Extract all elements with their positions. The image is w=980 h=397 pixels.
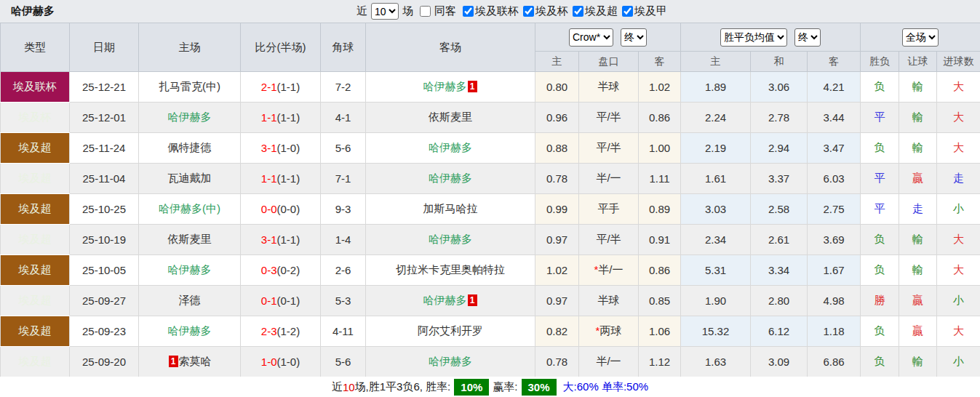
over-single-rates: 大:60% 单率:50% — [563, 380, 649, 394]
euro-home-odds-cell: 2.24 — [681, 103, 751, 133]
col-header-date: 日期 — [70, 23, 139, 72]
league-label[interactable]: 埃及甲 — [634, 4, 667, 18]
asian-win-rate-badge: 30% — [522, 379, 557, 396]
team-name[interactable]: 依斯麦里 — [168, 233, 212, 245]
halftime-score: (1-0) — [277, 356, 300, 368]
home-team-cell: 扎马雷克(中) — [139, 72, 241, 103]
team-name[interactable]: 哈伊赫多(中) — [159, 202, 220, 214]
euro-draw-odds-cell: 6.12 — [751, 316, 808, 347]
near-label: 近 — [356, 4, 367, 18]
result-scope-group-header: 全场 — [861, 23, 980, 52]
away-team-cell: 哈伊赫多 — [366, 133, 535, 164]
league-type-label: 埃及超 — [19, 355, 52, 367]
handicap-result-cell: 贏 — [899, 164, 937, 194]
euro-odds-time-select[interactable]: 终 — [794, 28, 821, 47]
handicap-cell: 半球 — [579, 286, 639, 316]
halftime-score: (1-2) — [277, 325, 300, 337]
team-name[interactable]: 哈伊赫多 — [168, 324, 212, 337]
away-team-cell: 哈伊赫多 — [366, 347, 535, 377]
team-name[interactable]: 加斯马哈拉 — [423, 202, 478, 214]
win-loss-result-cell: 平 — [861, 164, 899, 194]
team-name[interactable]: 扎马雷克(中) — [159, 80, 220, 92]
asian-away-odds-cell: 1.00 — [639, 133, 681, 164]
team-name[interactable]: 依斯麦里 — [429, 111, 472, 123]
league-type-cell: 埃及超 — [1, 194, 70, 225]
table-row: 埃及超 25-10-25 哈伊赫多(中) 0-0(0-0) 9-3 加斯马哈拉 … — [1, 194, 980, 225]
same-away-label[interactable]: 同客 — [434, 4, 456, 18]
handicap-result-cell: 輸 — [899, 255, 937, 286]
home-team-cell: 泽德 — [139, 286, 241, 316]
halftime-score: (1-0) — [277, 142, 300, 154]
team-name[interactable]: 哈伊赫多 — [429, 141, 472, 153]
league-checkbox[interactable] — [573, 6, 583, 17]
match-count-select[interactable]: 10 — [371, 3, 399, 20]
asian-home-odds-cell: 1.02 — [535, 255, 579, 286]
euro-odds-source-select[interactable]: 胜平负均值 — [720, 28, 787, 47]
league-type-label: 埃及超 — [19, 233, 52, 245]
handicap-label: 半球 — [598, 294, 620, 306]
corner-cell: 2-6 — [321, 255, 366, 286]
team-name[interactable]: 阿尔艾利开罗 — [418, 324, 483, 337]
league-checkbox[interactable] — [622, 6, 633, 17]
goals-result-cell: 大 — [937, 316, 980, 347]
team-name[interactable]: 泽德 — [179, 294, 201, 306]
corner-cell: 7-1 — [321, 164, 366, 194]
handicap-label: 平/半 — [596, 233, 621, 245]
league-label[interactable]: 埃及联杯 — [475, 4, 519, 18]
team-name[interactable]: 瓦迪戴加 — [168, 172, 212, 184]
col-header-win-loss: 胜负 — [861, 52, 899, 72]
asian-odds-time-select[interactable]: 终 — [621, 28, 647, 47]
league-type-label: 埃及联杯 — [13, 80, 57, 92]
league-checkbox[interactable] — [523, 6, 534, 17]
handicap-result-cell: 贏 — [899, 286, 937, 316]
handicap-label: 平/半 — [596, 111, 621, 123]
team-name[interactable]: 哈伊赫多 — [429, 233, 472, 245]
asian-away-odds-cell: 0.89 — [639, 194, 681, 225]
handicap-label: 半球 — [598, 80, 620, 92]
league-filter-egypt-premier: 埃及超 — [568, 4, 618, 18]
team-name[interactable]: 索莫哈 — [179, 355, 212, 367]
team-name[interactable]: 哈伊赫多 — [168, 263, 212, 276]
team-name[interactable]: 切拉米卡克里奥帕特拉 — [396, 263, 505, 276]
team-name[interactable]: 哈伊赫多 — [168, 111, 212, 123]
goals-result-cell: 小 — [937, 194, 980, 225]
euro-home-odds-cell: 2.34 — [681, 225, 751, 255]
league-type-label: 埃及超 — [19, 202, 52, 214]
corner-cell: 1-4 — [321, 225, 366, 255]
scope-select[interactable]: 全场 — [902, 28, 939, 47]
league-type-cell: 埃及联杯 — [1, 72, 70, 103]
asian-home-odds-cell: 0.97 — [535, 225, 579, 255]
team-name[interactable]: 哈伊赫多 — [429, 172, 472, 184]
team-name[interactable]: 哈伊赫多 — [423, 294, 467, 306]
league-type-cell: 埃及超 — [1, 316, 70, 347]
table-row: 埃及联杯 25-12-21 扎马雷克(中) 2-1(1-1) 7-2 哈伊赫多1… — [1, 72, 980, 103]
league-label[interactable]: 埃及杯 — [535, 4, 568, 18]
summary-bar: 近10场,胜1平3负6, 胜率: 10% 赢率: 30% 大:60% 单率:50… — [0, 377, 980, 397]
handicap-label: 两球 — [599, 324, 621, 337]
col-header-type: 类型 — [1, 23, 70, 72]
league-type-cell: 埃及超 — [1, 286, 70, 316]
win-loss-result-cell: 负 — [861, 255, 899, 286]
same-away-checkbox[interactable] — [420, 6, 431, 17]
red-card-badge: 1 — [169, 356, 178, 367]
win-loss-result-cell: 负 — [861, 133, 899, 164]
corner-cell: 4-11 — [321, 316, 366, 347]
summary-count: 10 — [343, 381, 355, 393]
league-checkbox[interactable] — [463, 6, 474, 17]
league-label[interactable]: 埃及超 — [585, 4, 618, 18]
goals-result-cell: 大 — [937, 133, 980, 164]
win-loss-result-cell: 负 — [861, 316, 899, 347]
team-name[interactable]: 哈伊赫多 — [429, 355, 472, 367]
handicap-cell: *两球 — [579, 316, 639, 347]
col-header-home: 主场 — [139, 23, 241, 72]
handicap-result-cell: 輸 — [899, 225, 937, 255]
team-name[interactable]: 哈伊赫多 — [423, 80, 467, 92]
home-team-cell: 佩特捷德 — [139, 133, 241, 164]
handicap-cell: 平/半 — [579, 133, 639, 164]
home-team-cell: 哈伊赫多 — [139, 255, 241, 286]
euro-away-odds-cell: 3.47 — [808, 133, 861, 164]
fulltime-score: 1-1 — [261, 111, 277, 124]
score-cell: 2-3(1-2) — [241, 316, 321, 347]
team-name[interactable]: 佩特捷德 — [168, 141, 212, 153]
odds-source-select[interactable]: Crow* — [569, 28, 613, 47]
